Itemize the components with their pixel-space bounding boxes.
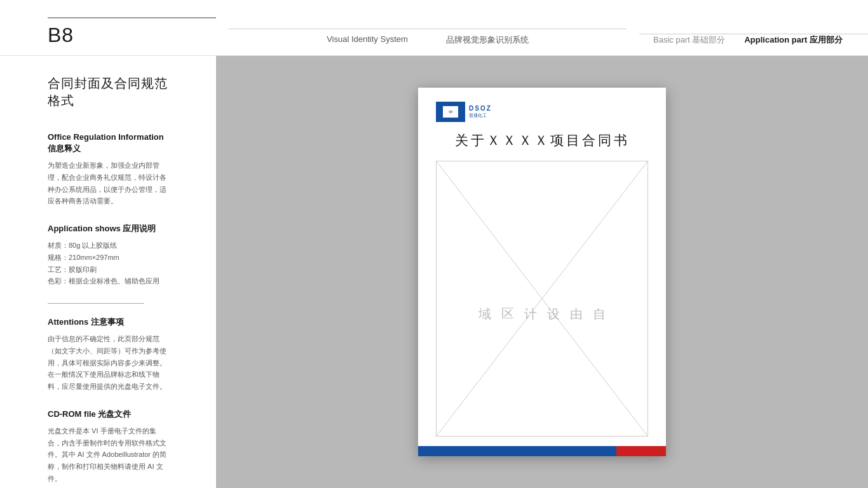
header-left: B8 [0, 11, 216, 45]
content-area: VI DSOZ 普通化工 关于ＸＸＸＸ项目合同书 [216, 56, 868, 488]
section-attentions-body: 由于信息的不确定性，此页部分规范（如文字大小、间距等）可作为参考使用，具体可根据… [48, 333, 168, 392]
main: 合同封面及合同规范格式 Office Regulation Informatio… [0, 56, 868, 488]
logo-brand-name: DSOZ [469, 105, 492, 112]
logo-row: VI DSOZ 普通化工 [436, 102, 648, 122]
page-code: B8 [48, 17, 74, 46]
header-right: Basic part 基础部分 Application part 应用部分 [639, 34, 868, 55]
contract-title: 关于ＸＸＸＸ项目合同书 [436, 132, 648, 149]
section-cdrom-body: 光盘文件是本 VI 手册电子文件的集合，内含手册制作时的专用软件格式文件。其中 … [48, 425, 168, 484]
section-attentions: Attentions 注意事项 由于信息的不确定性，此页部分规范（如文字大小、间… [48, 316, 168, 393]
contract-document: VI DSOZ 普通化工 关于ＸＸＸＸ项目合同书 [418, 88, 666, 456]
section-application: Application shows 应用说明 材质：80g 以上胶版纸 规格：2… [48, 223, 168, 287]
section-cdrom: CD-ROM file 光盘文件 光盘文件是本 VI 手册电子文件的集合，内含手… [48, 409, 168, 485]
contract-header: VI DSOZ 普通化工 关于ＸＸＸＸ项目合同书 [418, 88, 666, 161]
logo-cn-name: 普通化工 [469, 112, 492, 119]
header: B8 Visual Identity System 品牌视觉形象识别系统 Bas… [0, 0, 868, 56]
footer-zigzag [616, 446, 666, 456]
nav-basic[interactable]: Basic part 基础部分 [653, 34, 725, 46]
free-design-label: 自由设计区域 [473, 297, 611, 301]
footer-red-stripe [616, 446, 666, 456]
section-cdrom-heading: CD-ROM file 光盘文件 [48, 409, 168, 420]
sidebar: 合同封面及合同规范格式 Office Regulation Informatio… [0, 56, 216, 488]
section-info-body: 为塑造企业新形象，加强企业内部管理，配合企业商务礼仪规范，特设计各种办公系统用品… [48, 159, 168, 207]
vi-label-cn: 品牌视觉形象识别系统 [446, 34, 529, 46]
section-application-heading: Application shows 应用说明 [48, 223, 168, 234]
nav-application[interactable]: Application part 应用部分 [744, 34, 843, 46]
brand-logo-text: DSOZ 普通化工 [469, 105, 492, 119]
section-application-body: 材质：80g 以上胶版纸 规格：210mm×297mm 工艺：胶版印刷 色彩：根… [48, 240, 168, 287]
divider [48, 303, 144, 304]
footer-blue-stripe [418, 446, 616, 456]
section-info-heading: Office Regulation Information 信息释义 [48, 132, 168, 154]
vi-label-en: Visual Identity System [327, 34, 408, 46]
section-info: Office Regulation Information 信息释义 为塑造企业… [48, 132, 168, 207]
header-center: Visual Identity System 品牌视觉形象识别系统 [229, 29, 627, 55]
sidebar-title: 合同封面及合同规范格式 [48, 75, 168, 109]
brand-logo-icon: VI [436, 102, 465, 122]
contract-image-area: 自由设计区域 [436, 161, 648, 437]
contract-footer-stripe [418, 446, 666, 456]
section-attentions-heading: Attentions 注意事项 [48, 316, 168, 328]
